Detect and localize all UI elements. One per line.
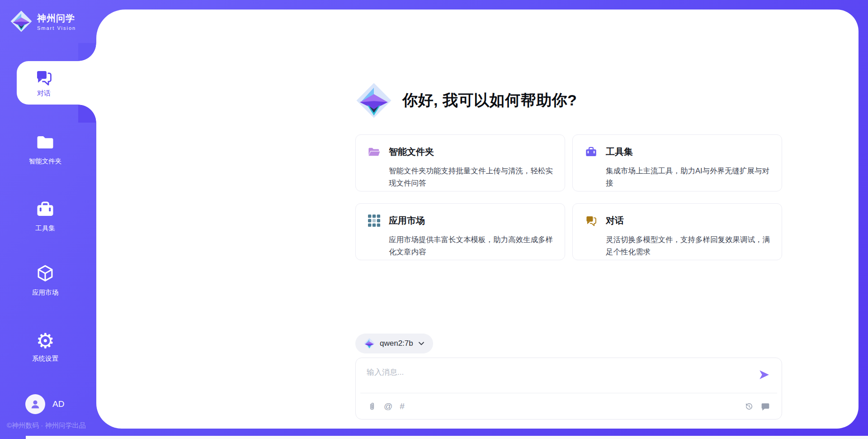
- diamond-logo-icon: [355, 82, 392, 119]
- chevron-down-icon[interactable]: [418, 340, 425, 347]
- hash-icon[interactable]: #: [400, 402, 405, 411]
- send-icon[interactable]: [758, 369, 770, 381]
- model-selector[interactable]: qwen2:7b: [355, 334, 433, 353]
- sidebar-item-label: 对话: [37, 89, 51, 98]
- card-app-market[interactable]: 应用市场 应用市场提供丰富长文本模板，助力高效生成多样化文章内容: [355, 203, 565, 260]
- card-title: 智能文件夹: [389, 146, 554, 162]
- folder-icon: [36, 145, 55, 153]
- diamond-logo-icon: [10, 10, 33, 33]
- composer-toolbar-right: [745, 402, 770, 411]
- chat-bubbles-icon: [585, 215, 606, 231]
- cube-icon: [36, 277, 55, 284]
- brand: 神州问学 Smart Vision: [10, 10, 76, 33]
- sidebar-item-settings[interactable]: ⚙ 系统设置: [0, 331, 90, 363]
- toolbox-icon: [36, 212, 55, 220]
- chat-square-icon[interactable]: [761, 402, 770, 411]
- brand-name: 神州问学: [37, 12, 76, 24]
- sidebar-footer: ©神州数码 · 神州问学出品: [7, 421, 85, 430]
- message-composer: @ #: [355, 358, 782, 420]
- sidebar-item-label: 智能文件夹: [0, 157, 90, 166]
- card-chat[interactable]: 对话 灵活切换多模型文件，支持多样回复效果调试，满足个性化需求: [572, 203, 782, 260]
- sidebar-item-chat[interactable]: 对话: [17, 61, 96, 105]
- card-smart-folder[interactable]: 智能文件夹 智能文件夹功能支持批量文件上传与清洗，轻松实现文件问答: [355, 134, 565, 191]
- horizontal-scrollbar[interactable]: [26, 436, 868, 439]
- card-description: 集成市场上主流工具，助力AI与外界无缝扩展与对接: [606, 165, 771, 191]
- model-name: qwen2:7b: [380, 339, 413, 348]
- grid-icon: [368, 215, 389, 231]
- card-toolset[interactable]: 工具集 集成市场上主流工具，助力AI与外界无缝扩展与对接: [572, 134, 782, 191]
- sidebar-item-smart-folder[interactable]: 智能文件夹: [0, 133, 90, 166]
- card-description: 智能文件夹功能支持批量文件上传与清洗，轻松实现文件问答: [389, 165, 554, 191]
- person-icon: [29, 398, 41, 410]
- card-title: 应用市场: [389, 215, 554, 231]
- user-account[interactable]: AD: [25, 394, 64, 414]
- sidebar-item-app-market[interactable]: 应用市场: [0, 264, 90, 297]
- main-panel: 你好, 我可以如何帮助你? 智能文件夹 智能文件夹功能支持批量文件上传与清洗，轻…: [96, 10, 859, 429]
- sidebar: 神州问学 Smart Vision 对话 智能文件夹: [0, 0, 96, 439]
- avatar: [25, 394, 45, 414]
- composer-toolbar: @ #: [360, 393, 777, 419]
- tab-fillet-top: [78, 43, 96, 61]
- card-title: 对话: [606, 215, 771, 231]
- brand-subtitle: Smart Vision: [37, 25, 76, 31]
- greeting-block: 你好, 我可以如何帮助你?: [355, 82, 577, 119]
- shortcut-cards: 智能文件夹 智能文件夹功能支持批量文件上传与清洗，轻松实现文件问答 工具集 集成…: [355, 134, 782, 260]
- tab-fillet-bottom: [78, 105, 96, 123]
- sidebar-item-toolset[interactable]: 工具集: [0, 200, 90, 233]
- paperclip-icon[interactable]: [368, 402, 377, 411]
- user-initials: AD: [52, 399, 64, 409]
- card-description: 灵活切换多模型文件，支持多样回复效果调试，满足个性化需求: [606, 234, 771, 260]
- card-description: 应用市场提供丰富长文本模板，助力高效生成多样化文章内容: [389, 234, 554, 260]
- sidebar-item-label: 应用市场: [0, 288, 90, 297]
- chat-bubbles-icon: [35, 68, 53, 88]
- greeting-title: 你好, 我可以如何帮助你?: [402, 90, 577, 111]
- gear-icon: ⚙: [0, 331, 90, 351]
- card-title: 工具集: [606, 146, 771, 162]
- sidebar-item-label: 工具集: [0, 224, 90, 233]
- sidebar-item-label: 系统设置: [0, 354, 90, 363]
- history-icon[interactable]: [745, 402, 754, 411]
- at-sign-icon[interactable]: @: [384, 402, 392, 411]
- diamond-logo-icon: [363, 338, 375, 349]
- folder-open-icon: [368, 146, 389, 162]
- message-input[interactable]: [358, 360, 742, 391]
- toolbox-icon: [585, 146, 606, 162]
